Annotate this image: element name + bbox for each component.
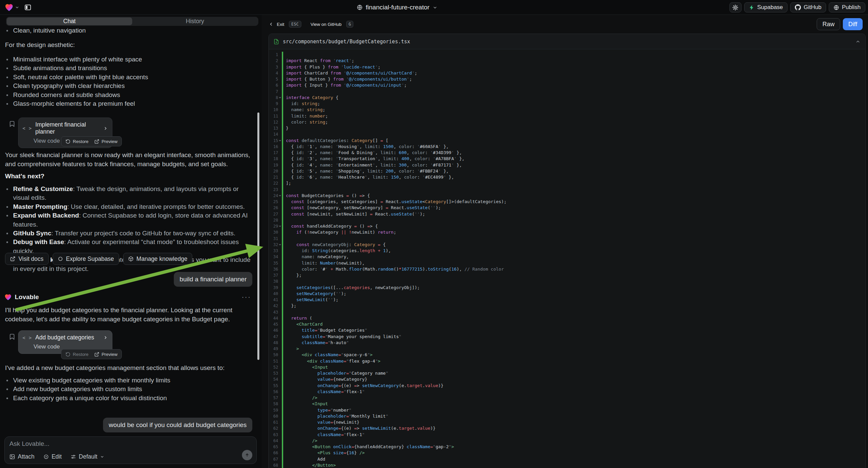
fold-gutter [278, 205, 282, 211]
code-line-text: limit: number; [282, 113, 328, 119]
code-line-text: > [282, 346, 299, 352]
esc-keycap: ESC [289, 21, 301, 28]
mode-label: Default [79, 453, 97, 460]
code-line: 2import React from 'react'; [269, 58, 865, 64]
tab-history[interactable]: History [132, 18, 258, 25]
list-item-text: Clean typography with clear hierarchies [13, 82, 125, 90]
code-line: 17 { id: '2', name: 'Food & Dining', lim… [269, 150, 865, 156]
line-number: 11 [269, 113, 278, 119]
code-line-text: limit: Number(newLimit), [282, 260, 365, 266]
code-line: 47 subtitle="Manage your spending limits… [269, 334, 865, 340]
file-header[interactable]: src/components/budget/BudgetCategories.t… [269, 34, 865, 49]
attach-button[interactable]: Attach [9, 453, 35, 460]
code-line: 53 placeholder="Category name" [269, 370, 865, 376]
list-item-text: View existing budget categories with the… [13, 376, 170, 385]
circle-icon [58, 256, 63, 262]
diff-toggle-button[interactable]: Diff [843, 18, 863, 30]
fold-chevron-icon[interactable] [278, 193, 282, 199]
raw-toggle-button[interactable]: Raw [817, 18, 840, 30]
bullet-dot-icon [6, 215, 8, 216]
composer-input[interactable] [9, 440, 244, 447]
restore-button[interactable]: Restore [65, 139, 89, 144]
target-icon [43, 454, 49, 460]
fold-gutter [278, 315, 282, 321]
fold-gutter [278, 444, 282, 450]
line-number: 33 [269, 248, 278, 254]
send-button[interactable] [242, 450, 252, 460]
toggle-sidebar-button[interactable] [22, 2, 34, 13]
line-number: 10 [269, 107, 278, 113]
fold-gutter [278, 321, 282, 327]
line-number: 7 [269, 89, 278, 95]
supabase-button[interactable]: Supabase [744, 2, 788, 12]
restore-button[interactable]: Restore [65, 352, 89, 357]
code-line: 27 const [newLimit, setNewLimit] = React… [269, 211, 865, 217]
list-item: Refine & Customize: Tweak the design, an… [6, 185, 254, 202]
code-line-text: { id: '3', name: 'Transportation', limit… [282, 156, 464, 162]
line-number: 30 [269, 229, 278, 235]
project-menu[interactable]: financial-future-creator [356, 0, 437, 15]
fold-chevron-icon[interactable] [278, 95, 282, 101]
file-plus-icon [274, 39, 279, 45]
explore-supabase-button[interactable]: Explore Supabase [53, 253, 119, 265]
fold-gutter [278, 199, 282, 205]
chat-scrollbar[interactable] [257, 113, 259, 360]
line-number: 4 [269, 70, 278, 76]
fold-chevron-icon[interactable] [278, 242, 282, 248]
preview-button[interactable]: Preview [94, 139, 118, 144]
restore-label: Restore [73, 139, 89, 144]
fold-gutter [278, 107, 282, 113]
line-number: 63 [269, 432, 278, 438]
line-number: 53 [269, 370, 278, 376]
chevron-up-icon[interactable] [855, 39, 861, 44]
fold-gutter [278, 266, 282, 272]
code-line: 41 setNewLimit(''); [269, 297, 865, 303]
publish-button[interactable]: Publish [829, 2, 865, 12]
exit-button[interactable]: Exit ESC [269, 21, 301, 28]
explore-supabase-label: Explore Supabase [66, 256, 114, 263]
code-line-text: const defaultCategories: Category[] = [ [282, 138, 388, 144]
settings-button[interactable] [730, 2, 742, 12]
code-line: 49 > [269, 346, 865, 352]
code-line-text: const [categories, setCategories] = Reac… [282, 199, 507, 205]
code-line-text: /> [282, 395, 317, 401]
code-line-text: setCategories([...categories, newCategor… [282, 285, 420, 291]
fold-chevron-icon[interactable] [278, 138, 282, 144]
preview-button[interactable]: Preview [94, 352, 118, 357]
design-intro: For the design aesthetic: [5, 40, 75, 49]
list-item-text: Subtle animations and transitions [13, 64, 107, 72]
model-selector[interactable]: Default [70, 453, 104, 460]
edit-mode-button[interactable]: Edit [43, 453, 62, 460]
top-bar: financial-future-creator Supabase [0, 0, 868, 15]
visit-docs-button[interactable]: Visit docs [5, 253, 49, 265]
message-menu-button[interactable]: ··· [242, 293, 251, 301]
view-on-github-button[interactable]: View on GitHub G [311, 21, 354, 28]
code-line: 11 limit: number; [269, 113, 865, 119]
lovable-heart-icon [5, 3, 13, 11]
line-number: 66 [269, 450, 278, 456]
chevron-down-icon [15, 5, 20, 10]
code-line-text: setNewCategory(''); [282, 291, 346, 297]
line-number: 17 [269, 150, 278, 156]
fold-gutter [278, 180, 282, 186]
code-line-text: name: newCategory, [282, 254, 349, 260]
line-number: 49 [269, 346, 278, 352]
fold-chevron-icon[interactable] [278, 223, 282, 229]
fold-gutter [278, 254, 282, 260]
manage-knowledge-button[interactable]: Manage knowledge [123, 253, 193, 265]
bullet-dot-icon [6, 67, 8, 69]
github-button[interactable]: GitHub [790, 2, 826, 12]
composer: Attach Edit Default [4, 436, 257, 464]
line-number: 43 [269, 309, 278, 315]
list-item-text: Glass-morphic elements for a premium fee… [13, 99, 135, 108]
list-item-label: Expand with Backend [13, 212, 79, 219]
list-item: Each category gets a unique color for vi… [6, 394, 170, 403]
code-line: 54 value={newCategory} [269, 376, 865, 382]
lovable-logo-menu[interactable] [5, 3, 20, 11]
code-line-text: </Button> [282, 462, 336, 468]
tab-chat[interactable]: Chat [7, 18, 132, 25]
bookmark-icon[interactable] [9, 120, 16, 127]
bookmark-icon[interactable] [9, 333, 16, 340]
code-line-text: ]; [282, 180, 291, 186]
fold-gutter [278, 64, 282, 70]
